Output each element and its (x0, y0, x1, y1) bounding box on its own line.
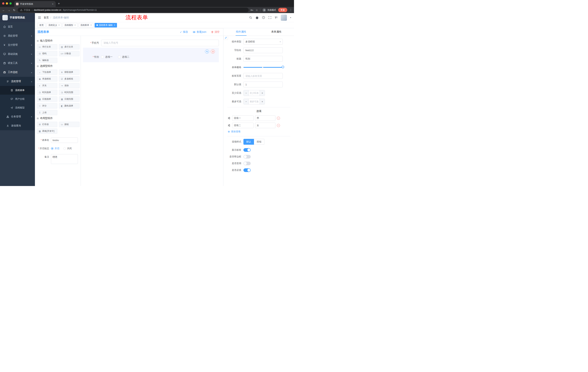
component-item-color-picker[interactable]: ◧颜色选择 (59, 103, 80, 108)
option-label-input[interactable] (232, 115, 254, 121)
component-item-button[interactable]: ▭按钮 (59, 122, 80, 127)
default-value-input[interactable] (243, 82, 283, 87)
component-item-password[interactable]: ⊡密码 (37, 51, 57, 56)
form-name-input[interactable] (51, 138, 78, 143)
max-select-value[interactable]: 最多可选 (249, 99, 260, 104)
component-item-date-picker[interactable]: ▦日期选择 (37, 96, 57, 102)
back-button[interactable]: ← (2, 9, 5, 11)
disabled-switch[interactable] (243, 162, 251, 165)
tab-component-props[interactable]: 组件属性 (223, 28, 259, 36)
component-item-counter[interactable]: 123计数器 (59, 51, 80, 56)
component-item-radio-group[interactable]: ◉单选框组 (37, 76, 57, 82)
search-icon[interactable] (249, 16, 252, 19)
decrease-button[interactable]: − (244, 90, 249, 96)
field-name-input[interactable] (243, 47, 283, 53)
component-type-select[interactable]: 多选框组 ▾ (243, 39, 283, 45)
component-item-single-line-text[interactable]: ▭单行文本 (37, 44, 57, 50)
github-icon[interactable] (255, 16, 259, 19)
checkbox-box[interactable] (118, 56, 121, 58)
sidebar-item-user-group[interactable]: 用户分组 (0, 95, 35, 103)
option-value-input[interactable] (255, 115, 275, 121)
component-item-time-picker[interactable]: ◷时间选择 (37, 90, 57, 95)
reload-button[interactable]: ↻ (12, 9, 16, 11)
sidebar-item-workflow[interactable]: 工作流程 ▴ (0, 68, 35, 77)
component-item-row-container[interactable]: ⊞行容器 (37, 122, 57, 127)
sidebar-item-system[interactable]: 系统管理 ▾ (0, 31, 35, 40)
link-handle-icon[interactable] (224, 35, 228, 40)
drag-handle-icon[interactable] (227, 124, 231, 127)
address-bar[interactable]: 不安全 | dashboard.yudao.iocoder.cn /bpm/ma… (18, 8, 249, 12)
browser-tab[interactable]: 芋道管理系统 × (14, 1, 56, 7)
with-border-switch[interactable] (243, 155, 251, 159)
show-label-switch[interactable] (243, 148, 251, 152)
form-canvas[interactable]: *手机号 请输入手机号 (81, 36, 223, 186)
label-width-input[interactable] (243, 73, 283, 79)
increase-button[interactable]: + (260, 90, 265, 96)
component-item-table[interactable]: ▦表格[开发中] (37, 128, 57, 134)
remove-option-button[interactable]: − (277, 117, 280, 120)
decrease-button[interactable]: − (244, 99, 249, 104)
sidebar-item-process-management[interactable]: 流程管理 ▴ (0, 77, 35, 86)
sidebar-item-home[interactable]: 首页 (0, 22, 35, 31)
component-item-switch[interactable]: ◐开关 (37, 83, 57, 88)
checkbox-option-1[interactable]: 选项一 (101, 55, 113, 59)
tag-process-form-edit[interactable]: 流程表单-编辑 × (94, 23, 117, 28)
increase-button[interactable]: + (260, 99, 265, 104)
tag-process-model[interactable]: 流程模型 × (63, 23, 77, 28)
update-button[interactable]: 更新 (278, 8, 287, 12)
zoom-window-button[interactable] (10, 2, 12, 5)
component-item-date-range[interactable]: ▦日期范围 (59, 96, 80, 102)
required-switch[interactable] (243, 168, 251, 172)
tab-close-icon[interactable]: × (52, 3, 54, 5)
style-button-button[interactable]: 按钮 (254, 139, 264, 145)
sidebar-item-task-management[interactable]: 任务管理 ▾ (0, 112, 35, 121)
breadcrumb-home[interactable]: 首页 (44, 16, 49, 19)
component-item-rate[interactable]: ☆评分 (37, 103, 57, 108)
close-window-button[interactable] (2, 2, 4, 5)
sidebar-item-devtools[interactable]: 研发工具 ▾ (0, 59, 35, 68)
tag-process-form[interactable]: 流程表单 × (79, 23, 94, 28)
component-item-multi-line-text[interactable]: ▤多行文本 (59, 44, 80, 50)
tag-process-definition[interactable]: 流程定义 × (47, 23, 62, 28)
title-input[interactable] (243, 56, 283, 62)
tab-form-props[interactable]: 表单属性 (259, 28, 294, 36)
copy-field-button[interactable] (205, 50, 209, 53)
checkbox-box[interactable] (101, 56, 104, 58)
user-avatar[interactable] (281, 15, 287, 21)
form-grid-slider[interactable] (243, 64, 284, 70)
component-item-select[interactable]: ⌄下拉选择 (37, 70, 57, 75)
status-radio-closed[interactable]: 关闭 (63, 147, 72, 150)
forward-button[interactable]: → (7, 9, 11, 11)
remark-textarea[interactable]: 嘿嘿 (51, 154, 78, 164)
tag-home[interactable]: 首页 (37, 23, 45, 28)
delete-field-button[interactable] (211, 50, 215, 53)
component-item-checkbox-group[interactable]: ☑多选框组 (59, 76, 80, 82)
sidebar-item-infra[interactable]: 基础设施 ▾ (0, 50, 35, 59)
add-option-link[interactable]: ⊕ 添加选项 (228, 130, 290, 133)
tag-close-icon[interactable]: × (114, 24, 115, 26)
tag-close-icon[interactable]: × (74, 24, 76, 26)
save-button[interactable]: ✓ 保存 (180, 30, 188, 34)
sidebar-item-process-model[interactable]: 流程模型 (0, 103, 35, 112)
bookmark-star-icon[interactable]: ☆ (256, 9, 258, 11)
browser-menu-icon[interactable]: ⋮ (289, 8, 292, 12)
remove-option-button[interactable]: − (277, 124, 280, 127)
slider-handle[interactable] (282, 66, 284, 68)
sidebar-item-leave-query[interactable]: 请假查询 (0, 121, 35, 130)
checkbox-option-2[interactable]: 选项二 (118, 55, 129, 59)
new-tab-button[interactable]: + (58, 2, 60, 5)
style-default-button[interactable]: 默认 (243, 139, 254, 145)
component-item-slider[interactable]: ⊸滑块 (59, 83, 80, 88)
phone-input[interactable]: 请输入手机号 (101, 40, 219, 46)
drag-handle-icon[interactable] (227, 117, 231, 119)
min-select-value[interactable]: 至少应选 (249, 90, 260, 96)
hamburger-icon[interactable] (38, 16, 41, 19)
tag-close-icon[interactable]: × (58, 24, 60, 26)
clear-button[interactable]: 清空 (211, 30, 220, 34)
gender-field-selected[interactable]: *性别 选项一 选项二 (83, 48, 219, 62)
sidebar-item-process-form[interactable]: 流程表单 (0, 86, 35, 95)
component-item-editor[interactable]: ✎编辑器 (37, 58, 57, 63)
password-key-icon[interactable] (250, 9, 253, 12)
component-item-time-range[interactable]: ◷时间范围 (59, 90, 80, 95)
fullscreen-icon[interactable] (268, 16, 272, 19)
